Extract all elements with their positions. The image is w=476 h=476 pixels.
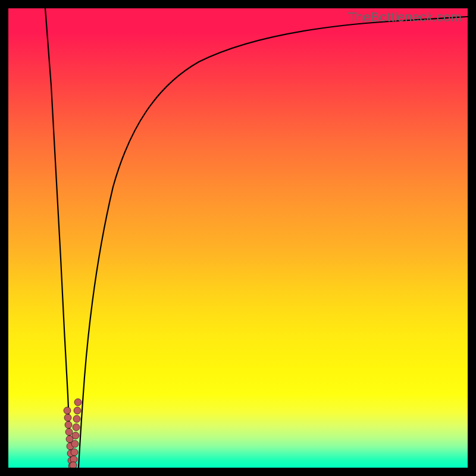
svg-point-17 xyxy=(70,462,77,468)
svg-point-15 xyxy=(71,449,78,456)
curve-layer xyxy=(8,8,468,468)
svg-point-9 xyxy=(74,399,82,406)
svg-point-11 xyxy=(73,415,80,422)
svg-point-1 xyxy=(64,414,71,421)
chart-frame: TheBottleneck.com xyxy=(0,0,476,476)
plot-area: TheBottleneck.com xyxy=(8,8,468,468)
svg-point-3 xyxy=(65,428,73,436)
svg-point-2 xyxy=(65,421,72,428)
right-branch-path xyxy=(79,17,468,468)
svg-point-12 xyxy=(73,424,80,431)
svg-point-13 xyxy=(72,432,79,439)
watermark-text: TheBottleneck.com xyxy=(347,10,462,25)
left-branch-path xyxy=(45,8,71,468)
svg-point-14 xyxy=(71,440,79,447)
svg-point-0 xyxy=(64,407,71,414)
svg-point-10 xyxy=(74,407,81,414)
